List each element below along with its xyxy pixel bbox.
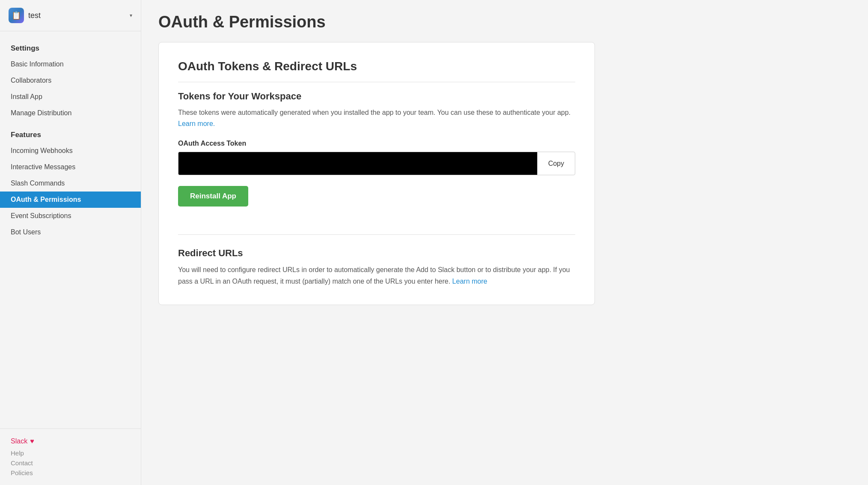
- sidebar-item-install-app[interactable]: Install App: [0, 89, 141, 105]
- main-content: OAuth & Permissions OAuth Tokens & Redir…: [141, 0, 868, 485]
- heart-icon: ♥: [30, 437, 34, 445]
- sidebar-item-basic-information[interactable]: Basic Information: [0, 56, 141, 72]
- app-name: test: [28, 11, 125, 20]
- redirect-learn-more-link[interactable]: Learn more: [452, 278, 488, 285]
- page-title: OAuth & Permissions: [158, 13, 851, 31]
- sidebar-footer: Slack ♥ Help Contact Policies: [0, 428, 141, 485]
- sidebar: 📋 test ▾ Settings Basic Information Coll…: [0, 0, 141, 485]
- sidebar-item-slash-commands[interactable]: Slash Commands: [0, 175, 141, 192]
- tokens-description: These tokens were automatically generate…: [178, 107, 575, 129]
- contact-link[interactable]: Contact: [11, 459, 130, 467]
- help-link[interactable]: Help: [11, 449, 130, 457]
- section-divider: [178, 234, 575, 235]
- sidebar-item-oauth-permissions[interactable]: OAuth & Permissions: [0, 192, 141, 208]
- tokens-learn-more-link[interactable]: Learn more.: [178, 120, 215, 127]
- sidebar-item-interactive-messages[interactable]: Interactive Messages: [0, 159, 141, 175]
- sidebar-item-incoming-webhooks[interactable]: Incoming Webhooks: [0, 143, 141, 159]
- footer-links: Help Contact Policies: [11, 449, 130, 476]
- sidebar-item-manage-distribution[interactable]: Manage Distribution: [0, 105, 141, 121]
- chevron-down-icon: ▾: [130, 12, 132, 18]
- app-selector[interactable]: 📋 test ▾: [0, 0, 141, 31]
- section-title: OAuth Tokens & Redirect URLs: [178, 60, 575, 82]
- tokens-subsection-title: Tokens for Your Workspace: [178, 91, 575, 102]
- sidebar-item-bot-users[interactable]: Bot Users: [0, 224, 141, 240]
- reinstall-app-button[interactable]: Reinstall App: [178, 186, 248, 207]
- slack-brand: Slack ♥: [11, 437, 130, 445]
- settings-section-header: Settings: [0, 40, 141, 56]
- policies-link[interactable]: Policies: [11, 469, 130, 476]
- app-icon: 📋: [9, 8, 24, 23]
- oauth-access-token-input[interactable]: [178, 152, 537, 175]
- content-card: OAuth Tokens & Redirect URLs Tokens for …: [158, 42, 595, 305]
- token-row: Copy: [178, 152, 575, 175]
- slack-brand-label: Slack: [11, 437, 27, 445]
- sidebar-item-event-subscriptions[interactable]: Event Subscriptions: [0, 208, 141, 224]
- redirect-description: You will need to configure redirect URLs…: [178, 264, 575, 287]
- copy-button[interactable]: Copy: [537, 152, 575, 175]
- token-label: OAuth Access Token: [178, 140, 575, 147]
- redirect-subsection-title: Redirect URLs: [178, 248, 575, 259]
- sidebar-navigation: Settings Basic Information Collaborators…: [0, 31, 141, 428]
- features-section-header: Features: [0, 126, 141, 143]
- sidebar-item-collaborators[interactable]: Collaborators: [0, 72, 141, 89]
